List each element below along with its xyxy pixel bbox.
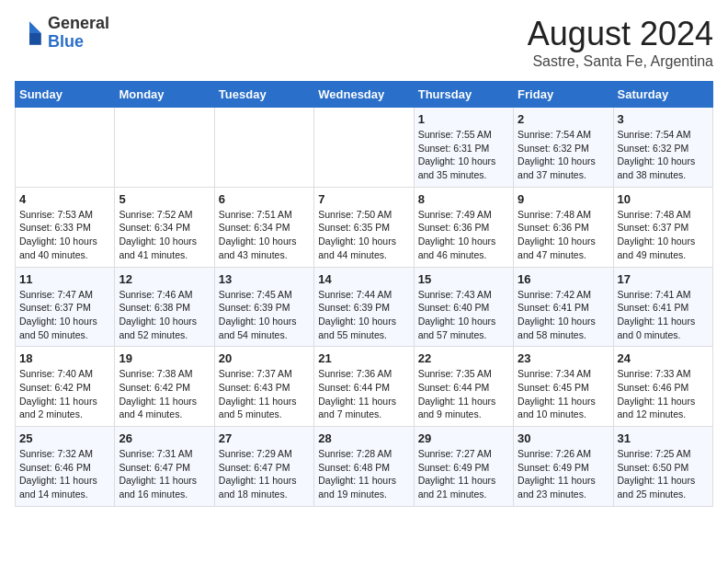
day-number: 28 xyxy=(318,431,409,445)
cell-content: Sunrise: 7:49 AM Sunset: 6:36 PM Dayligh… xyxy=(418,208,509,262)
cell-content: Sunrise: 7:55 AM Sunset: 6:31 PM Dayligh… xyxy=(418,128,509,182)
header-day-monday: Monday xyxy=(115,82,214,108)
calendar-cell: 25Sunrise: 7:32 AM Sunset: 6:46 PM Dayli… xyxy=(16,427,115,507)
day-number: 7 xyxy=(318,192,409,206)
cell-content: Sunrise: 7:37 AM Sunset: 6:43 PM Dayligh… xyxy=(219,367,310,421)
cell-content: Sunrise: 7:28 AM Sunset: 6:48 PM Dayligh… xyxy=(318,447,409,501)
header-day-friday: Friday xyxy=(514,82,613,108)
cell-content: Sunrise: 7:35 AM Sunset: 6:44 PM Dayligh… xyxy=(418,367,509,421)
calendar-cell: 14Sunrise: 7:44 AM Sunset: 6:39 PM Dayli… xyxy=(314,267,414,347)
day-number: 24 xyxy=(618,351,709,365)
cell-content: Sunrise: 7:50 AM Sunset: 6:35 PM Dayligh… xyxy=(318,208,409,262)
cell-content: Sunrise: 7:53 AM Sunset: 6:33 PM Dayligh… xyxy=(19,208,110,262)
logo-blue-text: Blue xyxy=(48,33,109,52)
calendar-cell: 28Sunrise: 7:28 AM Sunset: 6:48 PM Dayli… xyxy=(314,427,414,507)
calendar-cell: 11Sunrise: 7:47 AM Sunset: 6:37 PM Dayli… xyxy=(16,267,115,347)
calendar-header: SundayMondayTuesdayWednesdayThursdayFrid… xyxy=(16,82,713,108)
cell-content: Sunrise: 7:38 AM Sunset: 6:42 PM Dayligh… xyxy=(119,367,210,421)
calendar-cell: 7Sunrise: 7:50 AM Sunset: 6:35 PM Daylig… xyxy=(314,187,414,267)
day-number: 17 xyxy=(618,272,709,286)
header-day-sunday: Sunday xyxy=(16,82,115,108)
day-number: 18 xyxy=(19,351,110,365)
calendar-cell: 17Sunrise: 7:41 AM Sunset: 6:41 PM Dayli… xyxy=(613,267,712,347)
cell-content: Sunrise: 7:44 AM Sunset: 6:39 PM Dayligh… xyxy=(318,288,409,342)
day-number: 20 xyxy=(219,351,310,365)
cell-content: Sunrise: 7:48 AM Sunset: 6:37 PM Dayligh… xyxy=(618,208,709,262)
calendar-cell: 18Sunrise: 7:40 AM Sunset: 6:42 PM Dayli… xyxy=(16,347,115,427)
calendar-cell: 12Sunrise: 7:46 AM Sunset: 6:38 PM Dayli… xyxy=(115,267,214,347)
day-number: 8 xyxy=(418,192,509,206)
day-number: 22 xyxy=(418,351,509,365)
calendar-cell: 26Sunrise: 7:31 AM Sunset: 6:47 PM Dayli… xyxy=(115,427,214,507)
day-number: 25 xyxy=(19,431,110,445)
calendar-week-3: 11Sunrise: 7:47 AM Sunset: 6:37 PM Dayli… xyxy=(16,267,713,347)
calendar-week-2: 4Sunrise: 7:53 AM Sunset: 6:33 PM Daylig… xyxy=(16,187,713,267)
day-number: 5 xyxy=(119,192,210,206)
day-number: 14 xyxy=(318,272,409,286)
cell-content: Sunrise: 7:25 AM Sunset: 6:50 PM Dayligh… xyxy=(618,447,709,501)
day-number: 10 xyxy=(618,192,709,206)
calendar-cell: 4Sunrise: 7:53 AM Sunset: 6:33 PM Daylig… xyxy=(16,187,115,267)
calendar-cell: 9Sunrise: 7:48 AM Sunset: 6:36 PM Daylig… xyxy=(514,187,613,267)
cell-content: Sunrise: 7:34 AM Sunset: 6:45 PM Dayligh… xyxy=(518,367,609,421)
day-number: 9 xyxy=(518,192,609,206)
header-day-saturday: Saturday xyxy=(613,82,712,108)
calendar-cell: 21Sunrise: 7:36 AM Sunset: 6:44 PM Dayli… xyxy=(314,347,414,427)
calendar-cell xyxy=(214,108,313,188)
cell-content: Sunrise: 7:27 AM Sunset: 6:49 PM Dayligh… xyxy=(418,447,509,501)
day-number: 3 xyxy=(618,112,709,126)
calendar-cell: 16Sunrise: 7:42 AM Sunset: 6:41 PM Dayli… xyxy=(514,267,613,347)
logo-general-text: General xyxy=(48,15,109,33)
cell-content: Sunrise: 7:45 AM Sunset: 6:39 PM Dayligh… xyxy=(219,288,310,342)
cell-content: Sunrise: 7:32 AM Sunset: 6:46 PM Dayligh… xyxy=(19,447,110,501)
day-number: 11 xyxy=(19,272,110,286)
calendar-cell: 27Sunrise: 7:29 AM Sunset: 6:47 PM Dayli… xyxy=(214,427,313,507)
day-number: 6 xyxy=(219,192,310,206)
calendar-cell xyxy=(314,108,414,188)
cell-content: Sunrise: 7:47 AM Sunset: 6:37 PM Dayligh… xyxy=(19,288,110,342)
cell-content: Sunrise: 7:33 AM Sunset: 6:46 PM Dayligh… xyxy=(618,367,709,421)
calendar-body: 1Sunrise: 7:55 AM Sunset: 6:31 PM Daylig… xyxy=(16,108,713,507)
location-subtitle: Sastre, Santa Fe, Argentina xyxy=(528,53,713,70)
calendar-cell: 2Sunrise: 7:54 AM Sunset: 6:32 PM Daylig… xyxy=(514,108,613,188)
day-number: 13 xyxy=(219,272,310,286)
cell-content: Sunrise: 7:46 AM Sunset: 6:38 PM Dayligh… xyxy=(119,288,210,342)
calendar-cell: 1Sunrise: 7:55 AM Sunset: 6:31 PM Daylig… xyxy=(414,108,513,188)
calendar-cell: 29Sunrise: 7:27 AM Sunset: 6:49 PM Dayli… xyxy=(414,427,513,507)
calendar-cell: 31Sunrise: 7:25 AM Sunset: 6:50 PM Dayli… xyxy=(613,427,712,507)
cell-content: Sunrise: 7:48 AM Sunset: 6:36 PM Dayligh… xyxy=(518,208,609,262)
header-day-thursday: Thursday xyxy=(414,82,513,108)
calendar-week-5: 25Sunrise: 7:32 AM Sunset: 6:46 PM Dayli… xyxy=(16,427,713,507)
cell-content: Sunrise: 7:42 AM Sunset: 6:41 PM Dayligh… xyxy=(518,288,609,342)
day-number: 15 xyxy=(418,272,509,286)
calendar-cell: 8Sunrise: 7:49 AM Sunset: 6:36 PM Daylig… xyxy=(414,187,513,267)
cell-content: Sunrise: 7:41 AM Sunset: 6:41 PM Dayligh… xyxy=(618,288,709,342)
day-number: 21 xyxy=(318,351,409,365)
calendar-cell: 24Sunrise: 7:33 AM Sunset: 6:46 PM Dayli… xyxy=(613,347,712,427)
calendar-cell xyxy=(115,108,214,188)
day-number: 27 xyxy=(219,431,310,445)
header-day-tuesday: Tuesday xyxy=(214,82,313,108)
svg-marker-0 xyxy=(29,21,41,33)
day-number: 1 xyxy=(418,112,509,126)
cell-content: Sunrise: 7:29 AM Sunset: 6:47 PM Dayligh… xyxy=(219,447,310,501)
cell-content: Sunrise: 7:26 AM Sunset: 6:49 PM Dayligh… xyxy=(518,447,609,501)
month-year-title: August 2024 xyxy=(528,15,713,53)
day-number: 31 xyxy=(618,431,709,445)
header-day-wednesday: Wednesday xyxy=(314,82,414,108)
calendar-cell: 23Sunrise: 7:34 AM Sunset: 6:45 PM Dayli… xyxy=(514,347,613,427)
calendar-week-1: 1Sunrise: 7:55 AM Sunset: 6:31 PM Daylig… xyxy=(16,108,713,188)
calendar-cell: 10Sunrise: 7:48 AM Sunset: 6:37 PM Dayli… xyxy=(613,187,712,267)
calendar-week-4: 18Sunrise: 7:40 AM Sunset: 6:42 PM Dayli… xyxy=(16,347,713,427)
day-number: 16 xyxy=(518,272,609,286)
calendar-cell xyxy=(16,108,115,188)
logo-icon xyxy=(15,18,44,48)
calendar-cell: 22Sunrise: 7:35 AM Sunset: 6:44 PM Dayli… xyxy=(414,347,513,427)
cell-content: Sunrise: 7:40 AM Sunset: 6:42 PM Dayligh… xyxy=(19,367,110,421)
cell-content: Sunrise: 7:54 AM Sunset: 6:32 PM Dayligh… xyxy=(618,128,709,182)
day-number: 26 xyxy=(119,431,210,445)
cell-content: Sunrise: 7:52 AM Sunset: 6:34 PM Dayligh… xyxy=(119,208,210,262)
svg-marker-1 xyxy=(29,33,41,45)
cell-content: Sunrise: 7:43 AM Sunset: 6:40 PM Dayligh… xyxy=(418,288,509,342)
day-number: 2 xyxy=(518,112,609,126)
